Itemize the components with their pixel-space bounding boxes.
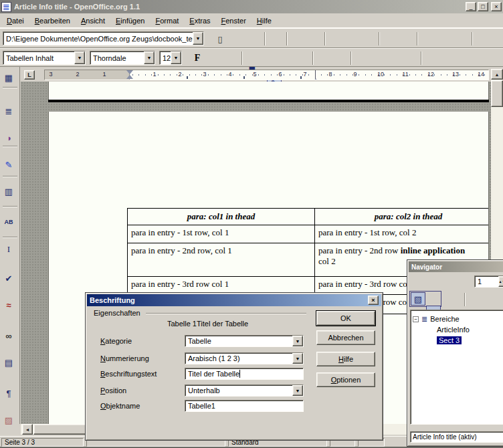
- navigator-title-bar[interactable]: Navigator: [409, 261, 503, 272]
- data-sources-button[interactable]: ▤: [2, 356, 15, 369]
- scroll-up-icon: ▲: [495, 72, 500, 77]
- ruler-ticks: [132, 74, 487, 76]
- horizontal-ruler[interactable]: 3 2 1 1 2 3 4 5 6 7 8 9 10 11 12 13 14: [44, 70, 489, 80]
- table-cell[interactable]: para in entry - 1st row, col 2: [315, 225, 490, 243]
- paragraph-style-combobox[interactable]: Tabellen Inhalt ▼: [3, 51, 86, 65]
- table-cell[interactable]: para in entry - 2nd row, col 1: [128, 243, 315, 277]
- numbering-combobox[interactable]: Arabisch (1 2 3) ▼: [185, 352, 304, 364]
- new-document-button[interactable]: ▯: [213, 31, 227, 46]
- tab-type-icon: L: [27, 72, 31, 78]
- navigator-window[interactable]: Navigator ◫ ⊙ ⇞ ⇟ 1 ▲▼ ▧ ▣ ∪ ⊓ ⊔ ⊞ − ≣ B…: [407, 259, 503, 447]
- table-header-cell[interactable]: para: col2 in thead: [315, 209, 490, 225]
- position-dropdown-button[interactable]: ▼: [292, 385, 303, 396]
- menu-datei[interactable]: Datei: [1, 15, 29, 27]
- indent-marker-right[interactable]: [312, 75, 319, 80]
- scroll-up-button[interactable]: ▲: [491, 69, 503, 80]
- nonprinting-characters-button[interactable]: ¶: [2, 386, 15, 400]
- style-dropdown-button[interactable]: ▼: [74, 51, 85, 64]
- cell-line-1: para in entry - 2nd row inline applicati…: [318, 245, 489, 256]
- caption-dialog[interactable]: Beschriftung × Eigenschaften Tabelle 1Ti…: [85, 292, 383, 441]
- form-functions-button[interactable]: ▥: [2, 185, 15, 198]
- autotext-button[interactable]: AB: [2, 215, 15, 229]
- font-name-combobox[interactable]: Thorndale ▼: [90, 51, 155, 65]
- font-dropdown-button[interactable]: ▼: [144, 51, 155, 64]
- menu-extras[interactable]: Extras: [184, 15, 215, 27]
- category-label: Kategorie: [100, 337, 132, 345]
- url-dropdown-button[interactable]: ▼: [193, 32, 203, 45]
- numbering-dropdown-button[interactable]: ▼: [292, 353, 303, 364]
- separator: [3, 206, 17, 207]
- separator: [286, 32, 288, 45]
- sections-icon: ≣: [421, 316, 427, 323]
- nav-spin-buttons[interactable]: ▲▼: [498, 276, 503, 287]
- graphics-on-off-icon: ▨: [5, 416, 13, 425]
- caption-text-value: Titel der Tabelle: [185, 370, 303, 378]
- tree-item-bereiche[interactable]: − ≣ Bereiche: [411, 314, 503, 324]
- url-combobox[interactable]: D:\Eigene Dokumente\OpenOffice.org Zeugs…: [3, 31, 204, 45]
- menu-bearbeiten[interactable]: Bearbeiten: [29, 15, 76, 27]
- nav-page-spinner[interactable]: 1 ▲▼: [474, 275, 503, 288]
- indent-marker-left[interactable]: [126, 70, 133, 79]
- menu-einfuegen[interactable]: Einfügen: [110, 15, 150, 27]
- caption-text-input[interactable]: Titel der Tabelle: [185, 368, 304, 380]
- direct-cursor-button[interactable]: I: [2, 242, 15, 255]
- separator: [3, 87, 17, 88]
- category-combobox[interactable]: Tabelle ▼: [185, 335, 304, 347]
- menu-hilfe[interactable]: Hilfe: [252, 15, 277, 27]
- tree-item-articleinfo[interactable]: ArticleInfo: [411, 324, 503, 335]
- bold-button[interactable]: F: [190, 51, 205, 66]
- text-cursor: [239, 370, 240, 378]
- menu-format[interactable]: Format: [150, 15, 184, 27]
- insert-table-button[interactable]: ▦: [2, 71, 15, 84]
- dialog-title-bar[interactable]: Beschriftung ×: [87, 294, 381, 306]
- tab-type-button[interactable]: L: [24, 70, 35, 80]
- ok-label: OK: [340, 314, 351, 322]
- ok-button[interactable]: OK: [316, 311, 375, 326]
- menu-ansicht[interactable]: Ansicht: [76, 15, 110, 27]
- direct-cursor-icon: I: [7, 245, 10, 253]
- cancel-button[interactable]: Abbrechen: [316, 330, 375, 345]
- collapse-expander-icon[interactable]: −: [413, 316, 419, 322]
- close-button[interactable]: ×: [491, 2, 502, 11]
- numbering-label: Nummerierung: [100, 354, 149, 362]
- options-button[interactable]: Optionen: [316, 372, 375, 387]
- caption-text-label: Beschriftungstext: [100, 370, 157, 378]
- position-combobox[interactable]: Unterhalb ▼: [185, 384, 304, 397]
- tree-item-label: ArticleInfo: [437, 326, 470, 334]
- tree-item-sect3[interactable]: Sect 3: [411, 335, 503, 346]
- help-button[interactable]: Hilfe: [316, 352, 375, 366]
- font-size-combobox[interactable]: 12 ▼: [159, 51, 182, 65]
- menu-fenster[interactable]: Fenster: [216, 15, 252, 27]
- drag-mode-hyperlink-button[interactable]: ▧: [411, 292, 425, 306]
- size-dropdown-button[interactable]: ▼: [171, 51, 181, 64]
- category-dropdown-button[interactable]: ▼: [292, 336, 303, 346]
- spellcheck-button[interactable]: ✔: [2, 271, 15, 285]
- position-label: Position: [100, 386, 126, 395]
- horizontal-scrollbar-thumb[interactable]: [33, 424, 87, 435]
- scroll-left-button[interactable]: ◄: [22, 424, 33, 435]
- minimize-button[interactable]: _: [466, 2, 476, 11]
- navigator-status: Article Info title (aktiv): [410, 431, 503, 443]
- separator: [421, 51, 422, 65]
- url-value: D:\Eigene Dokumente\OpenOffice.org Zeugs…: [3, 35, 193, 43]
- insert-object-button[interactable]: ◑: [2, 131, 15, 144]
- insert-fields-button[interactable]: ≣: [2, 104, 15, 118]
- draw-functions-button[interactable]: ✎: [2, 158, 15, 171]
- separator: [472, 32, 473, 45]
- insert-object-icon: ◑: [6, 134, 11, 142]
- graphics-on-off-button[interactable]: ▨: [2, 413, 15, 427]
- table-header-cell[interactable]: para: col1 in thead: [128, 209, 315, 225]
- title-bar: ≣ Article Info title - OpenOffice.org 1.…: [0, 0, 503, 13]
- separator: [3, 176, 17, 177]
- table-row: para in entry - 1st row, col 1 para in e…: [128, 225, 490, 243]
- tab-stop-mark: [243, 76, 245, 79]
- table-cell[interactable]: para in entry - 1st row, col 1: [128, 225, 315, 243]
- auto-spellcheck-button[interactable]: ≈: [2, 298, 15, 312]
- object-name-input[interactable]: Tabelle1: [185, 400, 304, 412]
- find-replace-button[interactable]: ∞: [2, 329, 15, 342]
- dialog-close-button[interactable]: ×: [368, 296, 379, 305]
- maximize-button[interactable]: □: [478, 2, 488, 11]
- ruler-margin-zone: [45, 70, 130, 80]
- navigator-tree[interactable]: − ≣ Bereiche ArticleInfo Sect 3: [410, 310, 503, 425]
- vertical-scrollbar-thumb[interactable]: [491, 80, 503, 107]
